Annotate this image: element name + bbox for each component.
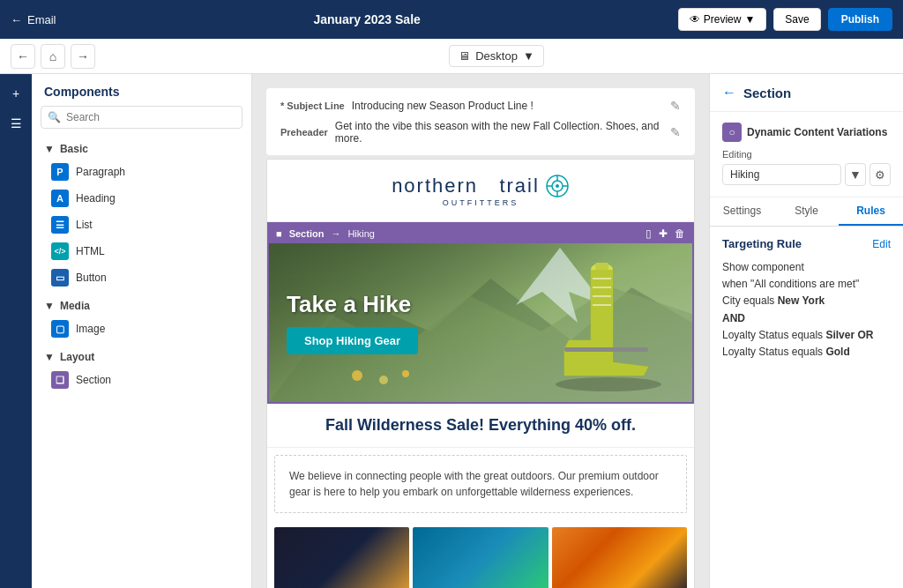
section-toolbar-label: Section bbox=[289, 228, 325, 239]
save-button[interactable]: Save bbox=[773, 8, 820, 31]
sidebar-header: Components bbox=[32, 74, 251, 106]
list-label: List bbox=[76, 219, 93, 231]
preheader-edit-icon[interactable]: ✎ bbox=[670, 125, 681, 139]
rule-line-1: Show component bbox=[722, 259, 891, 276]
image-icon: ▢ bbox=[51, 320, 69, 338]
product-image-tent bbox=[552, 527, 687, 588]
product-images bbox=[267, 520, 694, 588]
rule-loyalty2-label: Loyalty Status equals bbox=[722, 346, 825, 358]
section-move-icon[interactable]: ✚ bbox=[659, 227, 668, 240]
subject-line-row: * Subject Line Introducing new Season Pr… bbox=[280, 95, 681, 116]
desktop-icon: 🖥 bbox=[459, 49, 470, 63]
component-html[interactable]: </> HTML bbox=[44, 238, 239, 264]
editing-dropdown[interactable]: Hiking bbox=[722, 164, 841, 185]
device-selector[interactable]: 🖥 Desktop ▼ bbox=[449, 45, 544, 67]
sale-banner: Fall Wilderness Sale! Everything 40% off… bbox=[267, 404, 694, 448]
redo-button[interactable]: → bbox=[71, 44, 95, 69]
section-block: ■ Section → Hiking ▯ ✚ 🗑 bbox=[267, 222, 694, 404]
rule-loyalty1-value: Silver OR bbox=[825, 329, 873, 341]
subject-line-value: Introducing new Season Product Line ! bbox=[345, 100, 670, 112]
rule-text: Show component when "All conditions are … bbox=[722, 259, 891, 361]
component-button[interactable]: ▭ Button bbox=[44, 264, 239, 291]
component-heading[interactable]: A Heading bbox=[44, 185, 239, 212]
search-icon: 🔍 bbox=[48, 111, 61, 123]
preview-button[interactable]: 👁 Preview ▼ bbox=[678, 8, 767, 31]
rule-line-2: when "All conditions are met" bbox=[722, 276, 891, 293]
dcv-badge: ○ Dynamic Content Variations bbox=[722, 123, 891, 142]
components-sidebar: Components 🔍 ▼ Basic P Paragraph A Headi… bbox=[32, 74, 252, 588]
paragraph-icon: P bbox=[51, 163, 69, 181]
basic-collapse-icon: ▼ bbox=[44, 143, 55, 155]
rule-and: AND bbox=[722, 310, 891, 327]
preview-icon: 👁 bbox=[690, 13, 700, 26]
add-icon-btn[interactable]: + bbox=[4, 81, 28, 106]
canvas-area: * Subject Line Introducing new Season Pr… bbox=[252, 74, 709, 588]
targeting-edit-link[interactable]: Edit bbox=[872, 238, 891, 250]
layout-section-label: Layout bbox=[60, 351, 94, 363]
hike-cta-button[interactable]: Shop Hiking Gear bbox=[287, 327, 418, 354]
layout-section-header[interactable]: ▼ Layout bbox=[44, 351, 239, 363]
editing-label: Editing bbox=[722, 149, 891, 160]
tab-rules[interactable]: Rules bbox=[839, 197, 903, 226]
basic-section-header[interactable]: ▼ Basic bbox=[44, 143, 239, 155]
menu-icon-btn[interactable]: ☰ bbox=[4, 111, 28, 136]
panel-back-button[interactable]: ← bbox=[722, 85, 736, 100]
product-image-shoes bbox=[274, 527, 409, 588]
button-label: Button bbox=[76, 272, 107, 284]
heading-icon: A bbox=[51, 190, 69, 207]
undo-button[interactable]: ← bbox=[11, 44, 35, 69]
targeting-row: Targeting Rule Edit bbox=[722, 237, 891, 250]
section-label: Section bbox=[76, 374, 111, 386]
rule-loyalty1-label: Loyalty Status equals bbox=[722, 329, 825, 341]
media-collapse-icon: ▼ bbox=[44, 300, 55, 312]
sidebar-search-container: 🔍 bbox=[41, 106, 243, 129]
preview-dropdown-icon: ▼ bbox=[744, 13, 755, 26]
description-block: We believe in connecting people with the… bbox=[274, 455, 687, 513]
sidebar-title: Components bbox=[44, 85, 120, 99]
media-section-label: Media bbox=[60, 300, 90, 312]
component-image[interactable]: ▢ Image bbox=[44, 316, 239, 342]
hike-image-block: Take a Hike Shop Hiking Gear bbox=[269, 243, 692, 402]
preheader-value: Get into the vibe this season with the n… bbox=[328, 120, 670, 145]
subject-edit-icon[interactable]: ✎ bbox=[670, 99, 681, 113]
component-list[interactable]: ☰ List bbox=[44, 212, 239, 238]
home-button[interactable]: ⌂ bbox=[41, 44, 65, 69]
section-delete-icon[interactable]: 🗑 bbox=[675, 227, 685, 240]
dropdown-arrow-button[interactable]: ▼ bbox=[845, 163, 866, 186]
brand-name: northern trail bbox=[392, 175, 540, 197]
toolbar: ← ⌂ → 🖥 Desktop ▼ bbox=[0, 39, 903, 74]
svg-point-2 bbox=[556, 184, 559, 188]
section-copy-icon[interactable]: ▯ bbox=[646, 227, 652, 240]
brand-logo-icon bbox=[545, 174, 570, 198]
section-tb-arrow-icon: → bbox=[331, 228, 340, 239]
media-section-header[interactable]: ▼ Media bbox=[44, 300, 239, 312]
paragraph-label: Paragraph bbox=[76, 166, 125, 178]
rule-loyalty2-value: Gold bbox=[825, 346, 849, 358]
preheader-row: Preheader Get into the vibe this season … bbox=[280, 116, 681, 148]
toolbar-center: 🖥 Desktop ▼ bbox=[101, 45, 892, 67]
tab-style[interactable]: Style bbox=[774, 197, 839, 226]
rule-city-label: City equals bbox=[722, 294, 778, 307]
section-variant-label: Hiking bbox=[347, 228, 375, 239]
layout-section: ▼ Layout ❏ Section bbox=[32, 346, 251, 397]
heading-label: Heading bbox=[76, 192, 116, 205]
gear-button[interactable]: ⚙ bbox=[869, 163, 891, 186]
search-input[interactable] bbox=[41, 106, 243, 129]
product-image-kayak bbox=[413, 527, 548, 588]
top-nav: ← Email January 2023 Sale 👁 Preview ▼ Sa… bbox=[0, 0, 903, 39]
right-panel: ← Section ○ Dynamic Content Variations E… bbox=[709, 74, 903, 588]
media-section: ▼ Media ▢ Image bbox=[32, 294, 251, 346]
svg-point-11 bbox=[379, 376, 388, 384]
brand-header: northern trail outfitters bbox=[267, 160, 694, 222]
preheader-label: Preheader bbox=[280, 127, 328, 138]
component-section[interactable]: ❏ Section bbox=[44, 367, 239, 393]
component-paragraph[interactable]: P Paragraph bbox=[44, 159, 239, 185]
dropdown-chevron-icon: ▼ bbox=[523, 49, 534, 63]
publish-button[interactable]: Publish bbox=[828, 8, 892, 31]
button-icon: ▭ bbox=[51, 269, 69, 287]
svg-rect-14 bbox=[564, 347, 648, 352]
back-button[interactable]: ← Email bbox=[11, 13, 56, 26]
panel-title: Section bbox=[743, 86, 791, 100]
tab-settings[interactable]: Settings bbox=[710, 197, 774, 226]
panel-tabs: Settings Style Rules bbox=[710, 197, 903, 227]
